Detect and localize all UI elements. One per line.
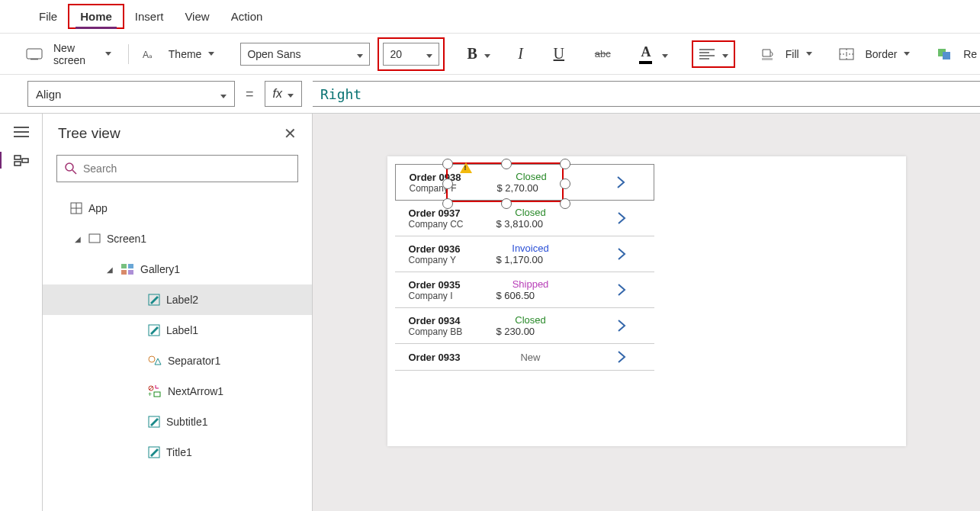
order-id: Order 0933 [409, 352, 496, 363]
separator-icon [148, 355, 162, 366]
tree-label: Title1 [166, 446, 192, 458]
label-icon [148, 324, 160, 336]
chevron-down-icon [355, 48, 363, 60]
tree-view-rail-icon[interactable] [13, 153, 30, 167]
tree-search[interactable] [56, 155, 298, 182]
font-color-button[interactable]: A [638, 43, 671, 65]
next-arrow-icon[interactable] [616, 319, 647, 333]
svg-point-16 [66, 163, 73, 171]
menu-view[interactable]: View [174, 5, 220, 27]
font-size-select[interactable]: 20 [383, 43, 439, 66]
search-input[interactable] [83, 162, 290, 175]
selection-outline [446, 162, 564, 202]
fill-icon [760, 47, 775, 61]
order-id: Order 0937 [409, 207, 496, 219]
gallery-row[interactable]: Order 0935 Company I Shipped $ 606.50 [395, 272, 654, 308]
tree-node-label1[interactable]: Label1 [43, 315, 312, 345]
menu-insert[interactable]: Insert [124, 5, 175, 27]
ribbon: New screen Aₐ Theme Open Sans 20 B I U a… [0, 34, 980, 75]
order-company: Company CC [409, 219, 496, 230]
svg-rect-0 [27, 49, 42, 59]
new-screen-button[interactable]: New screen [50, 40, 114, 68]
fx-icon: fx [273, 87, 282, 101]
equals-sign: = [246, 86, 254, 102]
font-family-select[interactable]: Open Sans [240, 43, 370, 66]
gallery-row[interactable]: Order 0938 Company F Closed $ 2,70.00 [395, 164, 654, 201]
svg-rect-23 [128, 264, 133, 268]
svg-rect-32 [154, 392, 160, 397]
svg-text:+: + [148, 390, 152, 397]
font-family-value: Open Sans [247, 48, 300, 60]
property-select[interactable]: Align [27, 81, 235, 107]
menu-file[interactable]: File [28, 5, 68, 27]
tree-node-gallery1[interactable]: ◢ Gallery1 [43, 254, 312, 284]
order-id: Order 0936 [409, 243, 496, 255]
resize-handle[interactable] [560, 178, 570, 189]
tree-label: Screen1 [107, 233, 146, 245]
tree-label: App [88, 202, 108, 214]
tree-label: Subtitle1 [166, 416, 207, 428]
align-icon [699, 48, 715, 60]
gallery[interactable]: Order 0938 Company F Closed $ 2,70.00 Or… [395, 156, 654, 371]
next-arrow-icon[interactable] [616, 247, 647, 261]
tree-node-app[interactable]: App [43, 193, 312, 223]
menu-home[interactable]: Home [68, 4, 124, 29]
chevron-down-icon [482, 48, 490, 60]
label-icon [148, 294, 160, 306]
strike-button[interactable]: abc [592, 47, 614, 61]
svg-point-28 [149, 356, 155, 362]
fx-button[interactable]: fx [265, 81, 302, 107]
app-preview[interactable]: Order 0938 Company F Closed $ 2,70.00 Or… [387, 156, 906, 446]
tree-node-screen1[interactable]: ◢ Screen1 [43, 223, 312, 254]
label-icon [148, 446, 160, 458]
resize-handle[interactable] [442, 159, 453, 169]
order-price: $ 1,170.00 [496, 254, 565, 265]
fill-button[interactable]: Fill [782, 47, 815, 62]
order-price: $ 230.00 [496, 326, 565, 337]
close-icon[interactable]: ✕ [284, 124, 297, 143]
next-arrow-icon[interactable] [616, 211, 647, 225]
next-arrow-icon[interactable] [616, 283, 647, 297]
reorder-icon [937, 48, 953, 60]
formula-input[interactable]: Right [313, 81, 980, 107]
next-arrow-icon[interactable] [615, 175, 646, 189]
align-button[interactable] [696, 45, 731, 63]
resize-handle[interactable] [501, 159, 512, 169]
tree-label: NextArrow1 [168, 385, 223, 397]
tree-node-subtitle1[interactable]: Subtitle1 [43, 407, 312, 437]
svg-line-30 [149, 387, 153, 390]
gallery-row[interactable]: Order 0936 Company Y Invoiced $ 1,170.00 [395, 236, 654, 272]
tree-node-nextarrow1[interactable]: + NextArrow1 [43, 376, 312, 407]
chevron-down-icon [285, 87, 294, 101]
resize-handle[interactable] [442, 178, 453, 189]
highlight-align [692, 40, 735, 68]
next-arrow-icon[interactable] [616, 350, 647, 364]
order-status: Closed [496, 314, 565, 326]
theme-button[interactable]: Theme [165, 47, 218, 62]
order-price: $ 3,810.00 [496, 218, 565, 230]
order-company: Company Y [409, 255, 496, 265]
hamburger-icon[interactable] [13, 126, 30, 138]
gallery-row[interactable]: Order 0937 Company CC Closed $ 3,810.00 [395, 201, 654, 236]
svg-rect-22 [121, 264, 127, 268]
reorder-button[interactable]: Re [960, 47, 980, 62]
gallery-row[interactable]: Order 0934 Company BB Closed $ 230.00 [395, 308, 654, 344]
tree-node-title1[interactable]: Title1 [43, 437, 312, 468]
resize-handle[interactable] [560, 159, 570, 169]
bold-button[interactable]: B [464, 43, 493, 64]
left-rail [0, 114, 43, 511]
search-icon [65, 162, 77, 175]
tree-label: Label2 [166, 294, 198, 306]
border-button[interactable]: Border [862, 47, 913, 62]
canvas[interactable]: Order 0938 Company F Closed $ 2,70.00 Or… [313, 114, 980, 511]
tree-view-title: Tree view [58, 125, 120, 142]
svg-rect-12 [943, 52, 950, 59]
chevron-down-icon [424, 48, 432, 60]
tree-node-separator1[interactable]: Separator1 [43, 345, 312, 376]
italic-button[interactable]: I [515, 43, 526, 64]
underline-button[interactable]: U [551, 43, 567, 64]
chevron-down-icon [218, 88, 227, 101]
gallery-row[interactable]: Order 0933 New [395, 344, 654, 371]
menu-action[interactable]: Action [220, 5, 274, 27]
tree-node-label2[interactable]: Label2 [43, 284, 312, 315]
